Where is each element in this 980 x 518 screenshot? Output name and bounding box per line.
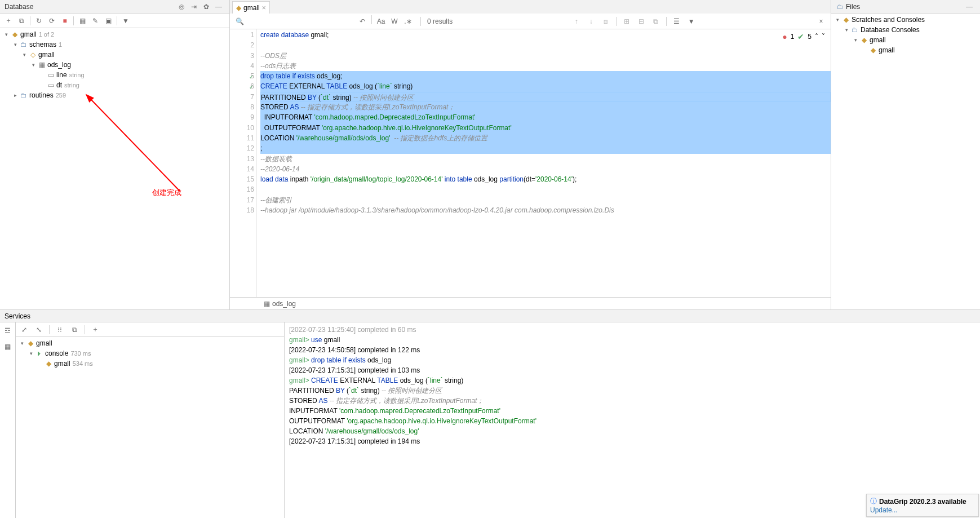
refresh-icon[interactable]: ↻ — [33, 15, 45, 27]
services-node-root[interactable]: ▾◆gmall — [16, 338, 284, 348]
table-view-icon[interactable]: ▦ — [76, 15, 88, 27]
editor-status: ●1 ✔5 ˄ ˅ — [782, 32, 825, 42]
gutter: 12345✓6✓789101112131415161718 — [230, 29, 257, 297]
close-search-icon[interactable]: × — [815, 15, 827, 28]
case-icon[interactable]: Aa — [375, 15, 387, 28]
add-service-icon[interactable]: ＋ — [89, 324, 101, 336]
tree-node-table-odslog[interactable]: ▾▦ ods_log — [0, 60, 229, 70]
services-panel: Services ☲ ▦ ⤢ ⤡ ⁝⁝ ⧉ ＋ ▾◆gmall ▾⏵co — [0, 310, 980, 518]
chevron-up-icon[interactable]: ˄ — [815, 32, 818, 42]
tree-node-schema-gmall[interactable]: ▾◇ gmall — [0, 50, 229, 60]
remove-sel-icon[interactable]: ⊟ — [635, 15, 648, 28]
database-panel: Database ◎ ⇥ ✿ — ＋ ⧉ ↻ ⟳ ■ ▦ ✎ ▣ ▼ ▾◆ gm… — [0, 0, 230, 309]
editor-area: ◆ gmall × 🔍 ↶ Aa W .∗ 0 results ↑ ↓ ⧈ — [230, 0, 831, 309]
jump-icon[interactable]: ▣ — [102, 15, 114, 27]
sync-icon[interactable]: ⟳ — [46, 15, 58, 27]
results-label: 0 results — [427, 17, 453, 25]
tree-node-column-dt[interactable]: ▭ dt string — [0, 80, 229, 90]
console-output[interactable]: [2022-07-23 11:25:40] completed in 60 ms… — [285, 322, 980, 518]
warning-icon: ✔ — [797, 32, 804, 42]
database-toolbar: ＋ ⧉ ↻ ⟳ ■ ▦ ✎ ▣ ▼ — [0, 14, 229, 28]
files-panel: 🗀 Files — ▾◆Scratches and Consoles ▾🗀Dat… — [831, 0, 980, 309]
add-icon[interactable]: ＋ — [2, 15, 15, 27]
services-node-console[interactable]: ▾⏵console730 ms — [16, 348, 284, 358]
nav-down-icon[interactable]: ↓ — [585, 15, 597, 28]
tree-node-schemas[interactable]: ▾🗀 schemas 1 — [0, 39, 229, 50]
close-icon[interactable]: × — [262, 4, 266, 12]
filter-search-icon[interactable]: ☰ — [671, 15, 683, 28]
files-node-root[interactable]: ▾◆Scratches and Consoles — [831, 15, 980, 25]
files-panel-title: Files — [846, 3, 963, 11]
duplicate-icon[interactable]: ⧉ — [15, 15, 28, 27]
database-tree[interactable]: ▾◆ gmall 1 of 2 ▾🗀 schemas 1 ▾◇ gmall ▾▦… — [0, 28, 229, 309]
tree-node-column-line[interactable]: ▭ line string — [0, 70, 229, 80]
collapse-all-icon[interactable]: ⤡ — [33, 324, 45, 336]
editor-tab-gmall[interactable]: ◆ gmall × — [232, 1, 270, 14]
words-icon[interactable]: W — [388, 15, 401, 28]
filter2-icon[interactable]: ▼ — [685, 15, 698, 28]
regex-icon[interactable]: .∗ — [402, 15, 414, 28]
expand-all-icon[interactable]: ⤢ — [18, 324, 30, 336]
search-icon[interactable]: 🔍 — [233, 15, 246, 28]
add-sel-icon[interactable]: ⊞ — [620, 15, 633, 28]
collapse-icon[interactable]: ⇥ — [188, 1, 200, 13]
editor-tab-bar: ◆ gmall × — [230, 0, 831, 14]
files-hide-icon[interactable]: — — [963, 1, 975, 13]
pin-icon[interactable]: ⧉ — [68, 324, 81, 336]
chevron-down-icon[interactable]: ˅ — [822, 32, 825, 42]
select-all-icon[interactable]: ⧈ — [600, 15, 612, 28]
prev-history-icon[interactable]: ↶ — [356, 15, 369, 28]
svg-line-0 — [90, 99, 180, 192]
code-editor[interactable]: 12345✓6✓789101112131415161718 ●1 ✔5 ˄ ˅ … — [230, 29, 831, 297]
services-tree[interactable]: ▾◆gmall ▾⏵console730 ms ◆gmall534 ms — [16, 337, 284, 518]
services-toolbar: ⤢ ⤡ ⁝⁝ ⧉ ＋ — [16, 322, 284, 337]
files-tree[interactable]: ▾◆Scratches and Consoles ▾🗀Database Cons… — [831, 14, 980, 309]
info-icon: ⓘ — [870, 497, 877, 506]
annotation-arrow — [79, 90, 192, 203]
editor-search-bar: 🔍 ↶ Aa W .∗ 0 results ↑ ↓ ⧈ ⊞ ⊟ ⧉ ☰ — [230, 14, 831, 29]
update-notification[interactable]: ⓘ DataGrip 2020.2.3 available Update... — [866, 494, 979, 517]
tree-node-datasource[interactable]: ▾◆ gmall 1 of 2 — [0, 29, 229, 39]
database-panel-title: Database — [5, 3, 175, 11]
layout-icon[interactable]: ☲ — [2, 325, 14, 337]
table-icon: ▦ — [264, 300, 270, 308]
grid-icon[interactable]: ▦ — [2, 340, 14, 353]
annotation-text: 创建完成 — [152, 188, 181, 198]
settings-icon[interactable]: ✿ — [200, 1, 212, 13]
files-node-dbc[interactable]: ▾🗀Database Consoles — [831, 25, 980, 35]
files-icon: 🗀 — [836, 2, 845, 11]
tree-node-routines[interactable]: ▸🗀 routines 259 — [0, 90, 229, 100]
files-node-ds[interactable]: ▾◆gmall — [831, 35, 980, 45]
error-icon: ● — [782, 32, 787, 42]
edit-icon[interactable]: ✎ — [89, 15, 101, 27]
breadcrumb: ▦ ods_log — [230, 297, 831, 309]
sel-all-icon[interactable]: ⧉ — [650, 15, 662, 28]
search-input[interactable] — [250, 17, 329, 25]
stop-icon[interactable]: ■ — [59, 15, 71, 27]
group-icon[interactable]: ⁝⁝ — [54, 324, 66, 336]
nav-up-icon[interactable]: ↑ — [570, 15, 583, 28]
files-node-file[interactable]: ◆gmall — [831, 45, 980, 55]
code-body[interactable]: ●1 ✔5 ˄ ˅ create database gmall;--ODS层--… — [257, 29, 831, 297]
filter-icon[interactable]: ▼ — [119, 15, 132, 27]
services-gutter: ☲ ▦ — [0, 322, 16, 518]
update-link[interactable]: Update... — [870, 506, 898, 514]
services-title: Services — [5, 312, 30, 320]
hide-icon[interactable]: — — [212, 1, 225, 13]
target-icon[interactable]: ◎ — [175, 1, 188, 13]
database-panel-header: Database ◎ ⇥ ✿ — — [0, 0, 229, 14]
services-node-query[interactable]: ◆gmall534 ms — [16, 358, 284, 369]
console-icon: ◆ — [236, 4, 241, 12]
